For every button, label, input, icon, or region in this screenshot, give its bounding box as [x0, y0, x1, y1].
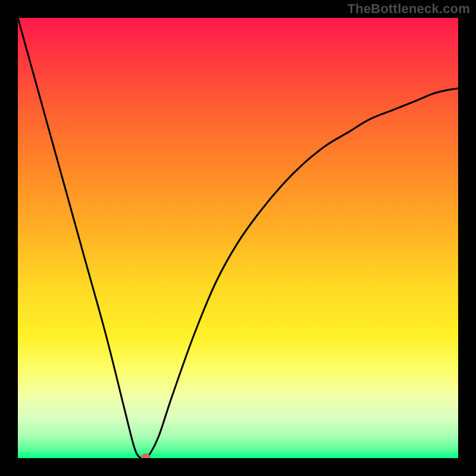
chart-frame: TheBottleneck.com: [0, 0, 476, 476]
bottleneck-curve: [18, 18, 458, 458]
plot-area: [18, 18, 458, 458]
curve-path: [18, 18, 458, 458]
watermark-text: TheBottleneck.com: [347, 1, 470, 17]
